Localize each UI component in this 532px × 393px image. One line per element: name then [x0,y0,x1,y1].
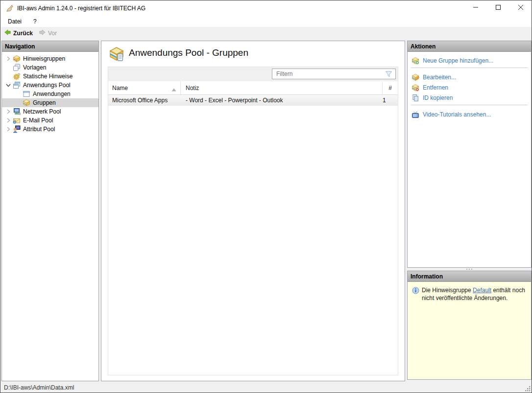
minimize-button[interactable] [464,0,487,16]
applications-icon [23,90,30,98]
app-icon [5,4,14,13]
email-pool-icon [13,116,21,124]
sidebar-item-attribut-pool[interactable]: Attribut Pool [2,125,98,134]
action-label: Video-Tutorials ansehen... [423,111,491,118]
notice-groups-icon [13,55,21,63]
video-tutorials-icon [411,111,419,118]
sidebar-item-hinweisgruppen[interactable]: Hinweisgruppen [2,54,98,63]
info-icon [412,287,419,294]
information-header: Information [408,271,531,282]
actions-list: Neue Gruppe hinzufügen...Bearbeiten...En… [408,52,531,119]
group-add-icon [411,57,419,65]
cell-name: Microsoft Office Apps [108,97,181,104]
maximize-button[interactable] [487,0,509,16]
action-entfernen[interactable]: Entfernen [408,82,531,92]
sidebar-item-gruppen[interactable]: Gruppen [2,98,98,107]
action-id-kopieren[interactable]: ID kopieren [408,92,531,103]
filter-icon[interactable] [385,70,392,78]
forward-button[interactable]: Vor [36,28,60,39]
sidebar-item-anwendungs-pool[interactable]: Anwendungs Pool [2,81,98,90]
actions-header: Aktionen [408,41,531,52]
information-body: Die Hinweisgruppe Default enthält noch n… [408,282,531,379]
page-title: Anwendungs Pool - Gruppen [129,47,248,58]
action-bearbeiten[interactable]: Bearbeiten... [408,72,531,82]
content-panel: Anwendungs Pool - Gruppen NameNotiz# Mic… [101,41,405,381]
menu-item-datei[interactable]: Datei [3,17,26,26]
window-title: IBI-aws Admin 1.24.0 - registriert für I… [17,5,145,12]
close-icon [518,4,524,12]
navigation-tree: HinweisgruppenVorlagenStatische Hinweise… [2,52,98,134]
chevron-down-icon[interactable] [5,82,12,89]
forward-label: Vor [48,30,57,37]
templates-icon [13,64,21,71]
action-video-tutorials-ansehen[interactable]: Video-Tutorials ansehen... [408,109,531,119]
menu-item-help[interactable]: ? [28,17,42,26]
groups-icon [23,99,30,107]
tree-item-label: Netzwerk Pool [23,108,61,115]
menu-bar: Datei? [1,16,532,27]
action-label: Neue Gruppe hinzufügen... [423,57,493,64]
chevron-right-icon[interactable] [5,55,12,62]
tree-item-label: Anwendungen [33,91,71,97]
column-header-notiz[interactable]: Notiz [181,81,383,94]
navigation-header: Navigation [2,41,98,52]
chevron-right-icon[interactable] [5,117,12,124]
tree-item-label: E-Mail Pool [23,117,53,124]
cell-notiz: - Word - Excel - Powerpoint - Outlook [181,97,383,104]
tree-item-label: Attribut Pool [23,126,55,133]
chevron-right-icon[interactable] [5,108,12,115]
action-label: ID kopieren [423,94,453,101]
tree-item-label: Statische Hinweise [23,73,73,80]
status-bar: D:\IBI-aws\Admin\Data.xml [1,382,532,393]
sidebar-item-anwendungen[interactable]: Anwendungen [2,90,98,98]
workspace: Navigation HinweisgruppenVorlagenStatisc… [1,40,532,382]
window-controls [464,0,532,16]
tree-spacer [15,99,22,106]
tree-item-label: Anwendungs Pool [23,82,71,89]
filter-text-field[interactable] [272,70,385,77]
toolbar: Zurück Vor [1,27,532,40]
tree-spacer [15,91,22,97]
filter-input[interactable] [272,69,396,79]
default-group-link[interactable]: Default [473,287,491,294]
sidebar-item-netzwerk-pool[interactable]: Netzwerk Pool [2,107,98,116]
column-header-count[interactable]: # [383,81,398,94]
resize-grip-icon[interactable] [524,385,531,392]
sidebar-item-e-mail-pool[interactable]: E-Mail Pool [2,116,98,125]
column-header-name[interactable]: Name [108,81,181,94]
close-button[interactable] [509,0,532,16]
filter-bar [108,67,398,81]
actions-separator [411,105,528,105]
tree-item-label: Vorlagen [23,64,46,71]
tree-spacer [5,64,12,71]
application-pool-icon [13,81,21,89]
table-row[interactable]: Microsoft Office Apps- Word - Excel - Po… [108,95,398,106]
static-notices-icon [13,72,21,80]
back-button[interactable]: Zurück [1,28,36,39]
maximize-icon [495,4,501,12]
minimize-icon [473,4,479,12]
actions-separator [411,68,528,68]
action-neue-gruppe-hinzufügen[interactable]: Neue Gruppe hinzufügen... [408,55,531,66]
copy-icon [411,94,419,102]
actions-panel: Aktionen Neue Gruppe hinzufügen...Bearbe… [407,41,532,268]
info-text-before: Die Hinweisgruppe [422,287,473,294]
back-label: Zurück [13,30,33,37]
information-panel: Information Die Hinweisgruppe Default en… [407,271,532,380]
group-remove-icon [411,84,419,92]
package-document-icon [109,46,124,62]
tree-item-label: Gruppen [33,99,56,106]
app-window: IBI-aws Admin 1.24.0 - registriert für I… [0,0,532,393]
information-message: Die Hinweisgruppe Default enthält noch n… [422,286,527,302]
sidebar-item-statische-hinweise[interactable]: Statische Hinweise [2,72,98,81]
splitter-handle-icon [469,269,470,270]
table-body: Microsoft Office Apps- Word - Excel - Po… [108,95,398,106]
title-bar: IBI-aws Admin 1.24.0 - registriert für I… [1,0,532,16]
tree-item-label: Hinweisgruppen [23,55,65,62]
forward-icon [39,29,46,38]
chevron-right-icon[interactable] [5,126,12,133]
tree-spacer [5,73,12,80]
action-label: Bearbeiten... [423,74,456,81]
sidebar-item-vorlagen[interactable]: Vorlagen [2,63,98,72]
table-header: NameNotiz# [108,81,398,95]
